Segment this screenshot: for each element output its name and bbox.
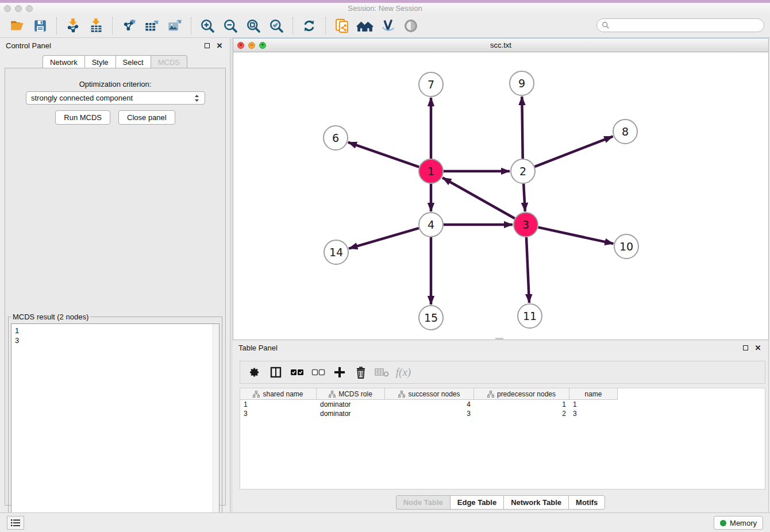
table-cell[interactable]: 3 xyxy=(385,409,474,418)
table-row[interactable]: 3dominator323 xyxy=(240,409,765,418)
home-icon[interactable] xyxy=(355,17,375,35)
node-table[interactable]: shared nameMCDS rolesuccessor nodesprede… xyxy=(240,388,765,489)
table-cell[interactable]: 1 xyxy=(474,400,569,409)
zoom-out-icon[interactable] xyxy=(221,17,240,35)
float-table-panel-icon[interactable] xyxy=(741,343,750,352)
graph-edge-3-11[interactable] xyxy=(526,237,529,303)
maximize-view-icon[interactable]: + xyxy=(259,42,266,49)
graph-node-label: 14 xyxy=(329,246,343,259)
graph-node-label: 3 xyxy=(522,218,529,231)
select-all-icon[interactable] xyxy=(288,364,306,380)
graph-node-2[interactable]: 2 xyxy=(511,159,535,183)
graph-node-7[interactable]: 7 xyxy=(419,72,443,97)
network-graph-canvas[interactable]: 7968124314101511 xyxy=(233,52,768,340)
control-panel-title: Control Panel xyxy=(6,41,199,50)
close-view-icon[interactable]: × xyxy=(237,42,244,49)
tab-network-table[interactable]: Network Table xyxy=(503,495,568,510)
column-header-predecessor-nodes[interactable]: predecessor nodes xyxy=(474,388,569,400)
network-window-titlebar[interactable]: × − + scc.txt xyxy=(233,38,768,52)
import-network-icon[interactable] xyxy=(63,17,83,35)
column-header-name[interactable]: name xyxy=(569,388,618,400)
application-window: Session: New Session xyxy=(0,0,770,532)
graph-node-label: 11 xyxy=(523,310,537,322)
table-cell[interactable]: 2 xyxy=(474,409,569,418)
zoom-fit-icon[interactable] xyxy=(244,17,263,35)
horizontal-split-grip[interactable] xyxy=(495,338,503,340)
column-header-shared-name[interactable]: shared name xyxy=(240,388,317,400)
graph-edge-2-3[interactable] xyxy=(523,184,525,211)
float-panel-icon[interactable] xyxy=(202,41,211,50)
attribute-icon xyxy=(487,391,494,398)
clone-network-icon[interactable] xyxy=(332,17,352,35)
export-image-icon[interactable] xyxy=(165,17,184,35)
graph-node-9[interactable]: 9 xyxy=(510,71,534,95)
table-cell[interactable]: 3 xyxy=(569,409,618,418)
network-view-window: × − + scc.txt 7968124314101511 xyxy=(233,38,769,340)
graph-node-14[interactable]: 14 xyxy=(324,240,348,264)
graph-node-label: 7 xyxy=(428,78,434,91)
add-column-icon[interactable] xyxy=(331,364,348,380)
open-file-icon[interactable] xyxy=(7,17,27,35)
task-history-button[interactable] xyxy=(7,516,24,530)
table-cell[interactable]: dominator xyxy=(317,409,385,418)
window-titlebar: Session: New Session xyxy=(0,3,770,14)
toolbar-separator xyxy=(56,17,57,34)
graph-edge-3-10[interactable] xyxy=(538,228,613,244)
column-header-MCDS-role[interactable]: MCDS role xyxy=(317,388,385,400)
table-cell[interactable]: 3 xyxy=(240,409,317,418)
mcds-result-text: 1 3 xyxy=(11,324,219,347)
graph-node-8[interactable]: 8 xyxy=(613,119,637,144)
graph-node-3[interactable]: 3 xyxy=(514,213,538,237)
delete-table-icon[interactable] xyxy=(374,364,391,380)
graph-node-label: 9 xyxy=(518,77,525,90)
graph-node-6[interactable]: 6 xyxy=(324,126,348,150)
columns-icon[interactable] xyxy=(267,364,284,380)
table-row[interactable]: 1dominator411 xyxy=(240,400,765,409)
result-scrollbar[interactable] xyxy=(213,324,219,530)
cyndex-icon[interactable] xyxy=(378,17,398,35)
export-network-icon[interactable] xyxy=(119,17,138,35)
graph-edge-4-14[interactable] xyxy=(349,228,419,248)
graph-node-4[interactable]: 4 xyxy=(419,213,443,237)
table-cell[interactable]: 1 xyxy=(240,400,317,409)
zoom-selected-icon[interactable] xyxy=(267,17,286,35)
save-session-icon[interactable] xyxy=(30,17,50,35)
close-panel-button[interactable]: Close panel xyxy=(118,110,175,125)
graph-node-10[interactable]: 10 xyxy=(614,234,638,259)
zoom-in-icon[interactable] xyxy=(198,17,217,35)
close-table-panel-icon[interactable]: ✕ xyxy=(753,343,763,352)
graph-node-1[interactable]: 1 xyxy=(419,159,443,183)
mcds-result-title: MCDS result (2 nodes) xyxy=(11,313,90,321)
graph-edge-2-8[interactable] xyxy=(535,136,613,167)
toolbar-separator xyxy=(191,17,191,34)
gear-icon[interactable] xyxy=(246,364,263,380)
column-header-successor-nodes[interactable]: successor nodes xyxy=(385,388,474,400)
graph-edge-3-1[interactable] xyxy=(442,178,515,218)
deselect-all-icon[interactable] xyxy=(310,364,327,380)
graph-edge-1-6[interactable] xyxy=(348,142,419,167)
delete-column-icon[interactable] xyxy=(352,364,369,380)
table-cell[interactable]: 4 xyxy=(385,400,474,409)
function-builder-icon[interactable]: f(x) xyxy=(395,364,412,380)
memory-button[interactable]: Memory xyxy=(714,516,763,530)
export-table-icon[interactable] xyxy=(142,17,161,35)
tab-motifs[interactable]: Motifs xyxy=(568,495,605,510)
graph-node-15[interactable]: 15 xyxy=(419,306,443,330)
optimization-criterion-select[interactable]: strongly connected component xyxy=(26,91,205,105)
graph-edge-2-9[interactable] xyxy=(522,97,522,159)
table-cell[interactable]: dominator xyxy=(317,400,385,409)
tab-node-table[interactable]: Node Table xyxy=(396,495,450,510)
search-field[interactable] xyxy=(596,18,764,32)
mcds-result-textarea[interactable]: 1 3 xyxy=(11,323,220,530)
import-table-icon[interactable] xyxy=(86,17,106,35)
tab-edge-table[interactable]: Edge Table xyxy=(450,495,503,510)
refresh-icon[interactable] xyxy=(299,17,319,35)
toolbar-separator xyxy=(292,17,293,34)
graph-node-11[interactable]: 11 xyxy=(518,304,542,328)
minimize-view-icon[interactable]: − xyxy=(248,42,255,49)
close-panel-icon[interactable]: ✕ xyxy=(215,41,224,50)
table-cell[interactable]: 1 xyxy=(569,400,618,409)
run-mcds-button[interactable]: Run MCDS xyxy=(55,110,110,125)
eye-icon[interactable] xyxy=(401,17,421,35)
search-input[interactable] xyxy=(613,21,759,30)
